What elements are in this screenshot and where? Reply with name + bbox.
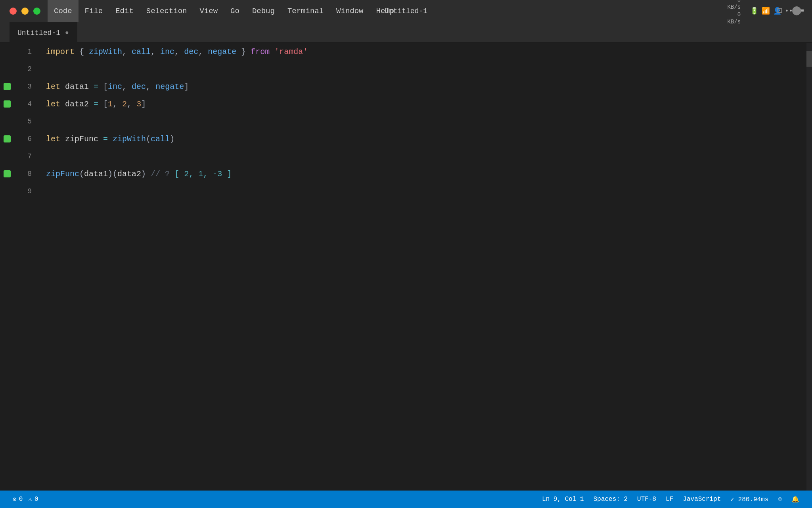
token-punc: ) — [141, 169, 146, 179]
gutter-row: 2 — [0, 60, 40, 78]
scrollbar-track[interactable] — [806, 43, 812, 491]
token-punc: ] — [141, 100, 146, 109]
error-count[interactable]: ⊗ 0 ⚠ 0 — [8, 495, 43, 503]
editor-container: 123456789 import { zipWith, call, inc, d… — [0, 43, 812, 491]
token-punc: , — [146, 82, 155, 91]
editor-tab-untitled[interactable]: Untitled-1 ● — [10, 22, 77, 43]
token-import-name: dec — [132, 82, 146, 91]
token-fn: zipWith — [113, 135, 146, 144]
cursor-position[interactable]: Ln 9, Col 1 — [537, 491, 589, 508]
scrollbar-thumb[interactable] — [806, 51, 812, 67]
token-punc — [146, 169, 151, 179]
token-punc: ) — [170, 135, 174, 144]
indentation[interactable]: Spaces: 2 — [589, 491, 632, 508]
gutter-row: 4 — [0, 95, 40, 113]
token-punc: , — [122, 47, 132, 56]
menu-debug[interactable]: Debug — [246, 0, 281, 22]
eol-sequence[interactable]: LF — [661, 491, 678, 508]
tab-bar: Untitled-1 ● ⊡ ⬤ — [0, 22, 812, 43]
menu-edit[interactable]: Edit — [109, 0, 140, 22]
line-number: 7 — [14, 152, 35, 160]
breakpoint-indicator — [4, 100, 11, 108]
line-number: 9 — [14, 187, 35, 195]
menu-window[interactable]: Window — [330, 0, 370, 22]
token-punc: , — [151, 47, 160, 56]
editor-top-controls: ⊡ ⬤ — [776, 0, 806, 21]
token-import-name: negate — [155, 82, 184, 91]
split-editor-icon[interactable]: ⊡ — [776, 4, 784, 17]
breakpoint-area[interactable] — [0, 100, 14, 108]
token-import-name: negate — [208, 47, 236, 56]
code-line[interactable]: let zipFunc = zipWith(call) — [46, 130, 812, 148]
breakpoint-indicator — [4, 83, 11, 90]
token-var: data2 — [117, 169, 141, 179]
line-number: 6 — [14, 135, 35, 143]
token-import-name: dec — [184, 47, 198, 56]
code-line[interactable]: zipFunc(data1)(data2) // ? [ 2, 1, -3 ] — [46, 165, 812, 183]
minimize-button[interactable] — [21, 8, 29, 15]
menu-terminal[interactable]: Terminal — [281, 0, 330, 22]
gutter-row: 3 — [0, 78, 40, 95]
traffic-lights — [10, 8, 40, 15]
token-num: 1 — [108, 100, 113, 109]
token-from-kw: from — [251, 47, 270, 56]
token-comment: // ? — [151, 169, 174, 179]
token-kw: let — [46, 135, 60, 144]
token-op: = — [94, 82, 98, 91]
code-line[interactable] — [46, 148, 812, 165]
language-mode[interactable]: JavaScript — [678, 491, 726, 508]
status-bar-left: ⊗ 0 ⚠ 0 — [8, 495, 43, 503]
code-line[interactable]: let data1 = [inc, dec, negate] — [46, 78, 812, 95]
code-line[interactable] — [46, 60, 812, 78]
token-num: 3 — [136, 100, 141, 109]
token-import-name: call — [132, 47, 151, 56]
token-op: = — [103, 135, 108, 144]
code-area[interactable]: import { zipWith, call, inc, dec, negate… — [40, 43, 812, 491]
token-punc: { — [75, 47, 89, 56]
token-punc: } — [236, 47, 251, 56]
menu-bar: Code File Edit Selection View Go Debug T… — [0, 0, 728, 22]
status-bar-right: Ln 9, Col 1 Spaces: 2 UTF-8 LF JavaScrip… — [537, 491, 804, 508]
token-num: 2 — [122, 100, 127, 109]
token-import-name: inc — [108, 82, 122, 91]
timing-info[interactable]: ✓ 280.94ms — [726, 491, 773, 508]
code-line[interactable] — [46, 183, 812, 200]
file-encoding[interactable]: UTF-8 — [632, 491, 661, 508]
token-punc: ] — [184, 82, 189, 91]
notification-icon[interactable]: 🔔 — [787, 491, 804, 508]
menu-view[interactable]: View — [193, 0, 224, 22]
code-line[interactable]: let data2 = [1, 2, 3] — [46, 95, 812, 113]
tab-close-icon[interactable]: ● — [65, 29, 69, 37]
gutter-row: 9 — [0, 183, 40, 200]
token-punc — [270, 47, 274, 56]
token-op: = — [94, 100, 98, 109]
token-punc: , — [122, 82, 132, 91]
close-button[interactable] — [10, 8, 17, 15]
network-info: 0 KB/s 0 KB/s — [728, 0, 741, 25]
code-line[interactable]: import { zipWith, call, inc, dec, negate… — [46, 43, 812, 60]
token-punc: , — [174, 47, 184, 56]
smiley-icon[interactable]: ☺ — [773, 491, 787, 508]
token-var: data1 — [60, 82, 94, 91]
breakpoint-area[interactable] — [0, 83, 14, 90]
more-actions-icon[interactable]: ⬤ — [790, 4, 803, 17]
breakpoint-area[interactable] — [0, 170, 14, 177]
wifi-icon: 📶 — [762, 7, 770, 15]
menu-selection[interactable]: Selection — [140, 0, 193, 22]
code-line[interactable] — [46, 113, 812, 130]
token-punc: ( — [79, 169, 84, 179]
window-title: Untitled-1 — [385, 7, 427, 15]
token-fn: zipFunc — [46, 169, 79, 179]
token-var: zipFunc — [60, 135, 103, 144]
menu-go[interactable]: Go — [224, 0, 246, 22]
gutter-row: 6 — [0, 130, 40, 148]
breakpoint-area[interactable] — [0, 135, 14, 142]
gutter-row: 1 — [0, 43, 40, 60]
maximize-button[interactable] — [33, 8, 40, 15]
token-var: data1 — [84, 169, 108, 179]
menu-file[interactable]: File — [79, 0, 109, 22]
menu-code[interactable]: Code — [48, 0, 79, 22]
token-punc: , — [127, 100, 136, 109]
token-kw: import — [46, 47, 75, 56]
line-number: 8 — [14, 170, 35, 178]
